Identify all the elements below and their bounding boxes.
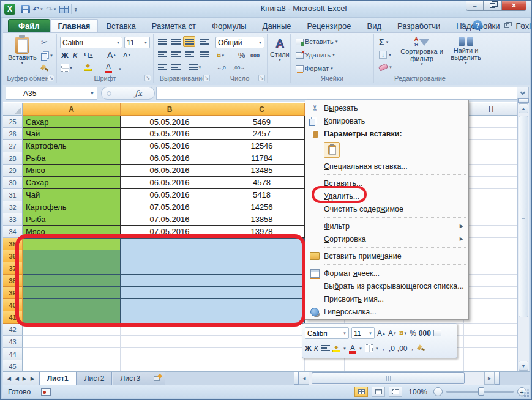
bold-button[interactable]: Ж xyxy=(61,51,69,60)
cell-C43[interactable] xyxy=(219,336,305,348)
column-header-C[interactable]: C xyxy=(219,103,305,116)
fill-button[interactable]: ↓▼ xyxy=(379,51,392,59)
cell-A29[interactable]: Мясо xyxy=(23,165,121,177)
cell-A35[interactable] xyxy=(23,238,121,250)
menu-item-filter[interactable]: Фильтр▶ xyxy=(305,220,468,232)
row-header-41[interactable]: 41 xyxy=(3,311,23,324)
fill-color-button[interactable]: ◆ xyxy=(84,62,92,71)
column-header-H[interactable]: H xyxy=(464,103,519,116)
comma-style-button[interactable]: 000 xyxy=(250,53,260,59)
font-color-button[interactable]: А xyxy=(105,62,112,73)
zoom-level[interactable]: 100% xyxy=(408,388,427,396)
accounting-format-button[interactable]: ¤▼ xyxy=(217,51,225,60)
row-header-40[interactable]: 40 xyxy=(3,299,23,311)
zoom-slider[interactable] xyxy=(446,391,514,393)
mini-font-size-combo[interactable]: 11▼ xyxy=(351,327,375,339)
increase-indent-button[interactable] xyxy=(170,62,182,73)
cell-B38[interactable] xyxy=(121,275,219,287)
menu-item-insert-cells[interactable]: Вставить... xyxy=(305,177,468,190)
cell-7-38[interactable] xyxy=(464,275,519,287)
row-header-43[interactable]: 43 xyxy=(3,336,23,348)
scroll-right-button[interactable]: ▶ xyxy=(484,372,495,385)
cell-7-28[interactable] xyxy=(464,152,519,165)
cell-B29[interactable]: 06.05.2016 xyxy=(121,165,219,177)
cell-6-45[interactable] xyxy=(424,360,464,371)
decrease-indent-button[interactable] xyxy=(156,62,168,73)
format-cells-button[interactable]: Формат▼ xyxy=(296,65,334,72)
row-header-44[interactable]: 44 xyxy=(3,348,23,360)
cell-C39[interactable] xyxy=(219,287,305,299)
cell-C27[interactable]: 12546 xyxy=(219,140,305,152)
tab-Разработчи[interactable]: Разработчи xyxy=(389,19,448,32)
cell-7-43[interactable] xyxy=(464,336,519,348)
cell-C41[interactable] xyxy=(219,311,305,324)
cell-B25[interactable]: 05.05.2016 xyxy=(121,116,219,128)
select-all-corner[interactable] xyxy=(3,103,23,116)
cell-7-36[interactable] xyxy=(464,250,519,262)
cell-A41[interactable] xyxy=(23,311,121,324)
tab-Главная[interactable]: Главная xyxy=(50,19,99,32)
cell-A33[interactable]: Рыба xyxy=(23,213,121,226)
cell-B28[interactable]: 06.05.2016 xyxy=(121,152,219,165)
chevron-down-icon[interactable]: ▼ xyxy=(359,347,362,350)
cell-A36[interactable] xyxy=(23,250,121,262)
cell-7-26[interactable] xyxy=(464,128,519,140)
cell-B34[interactable]: 07.05.2016 xyxy=(121,226,219,238)
normal-view-button[interactable] xyxy=(354,387,368,397)
cell-A27[interactable]: Картофель xyxy=(23,140,121,152)
cell-C31[interactable]: 5418 xyxy=(219,189,305,201)
previous-sheet-button[interactable]: ◀ xyxy=(15,376,19,382)
align-bottom-button[interactable] xyxy=(183,36,195,47)
cell-A37[interactable] xyxy=(23,262,121,275)
menu-item-delete-cells[interactable]: Удалить... xyxy=(305,190,468,202)
alignment-dialog-launcher[interactable]: ↘ xyxy=(203,75,210,81)
row-header-30[interactable]: 30 xyxy=(3,177,23,189)
cell-B37[interactable] xyxy=(121,262,219,275)
tab-Файл[interactable]: Файл xyxy=(8,19,50,32)
cell-B43[interactable] xyxy=(121,336,219,348)
collapse-dot-icon[interactable] xyxy=(107,91,111,96)
insert-cells-button[interactable]: Вставить▼ xyxy=(296,38,339,45)
cell-5-45[interactable] xyxy=(384,360,424,371)
menu-item-copy[interactable]: Копировать xyxy=(305,114,468,127)
mini-bold-button[interactable]: Ж xyxy=(305,344,312,353)
cell-A34[interactable]: Мясо xyxy=(23,226,121,238)
chevron-down-icon[interactable]: ▼ xyxy=(118,67,122,71)
align-middle-button[interactable] xyxy=(170,36,182,47)
cell-B32[interactable]: 07.05.2016 xyxy=(121,201,219,213)
cell-A31[interactable]: Чай xyxy=(23,189,121,201)
tab-split-handle[interactable] xyxy=(294,372,299,385)
mini-font-color-button[interactable]: А xyxy=(349,344,356,354)
expand-formula-bar-button[interactable] xyxy=(517,87,529,100)
menu-item-cut[interactable]: Вырезать xyxy=(305,102,468,114)
undo-button[interactable]: ↶▼ xyxy=(32,5,43,14)
chevron-down-icon[interactable]: ▼ xyxy=(375,347,379,350)
cut-button[interactable]: ✂ xyxy=(41,38,48,47)
cell-A38[interactable] xyxy=(23,275,121,287)
cell-7-31[interactable] xyxy=(464,189,519,201)
workbook-minimize-icon[interactable]: – xyxy=(487,21,497,29)
paste-button[interactable]: Вставить ▼ xyxy=(8,37,37,65)
cell-C25[interactable]: 5469 xyxy=(219,116,305,128)
menu-item-paste-options[interactable]: Параметры вставки: xyxy=(305,127,468,140)
mini-grow-font-button[interactable]: А▲ xyxy=(377,329,386,338)
paste-option-button[interactable] xyxy=(324,142,340,158)
align-top-button[interactable] xyxy=(156,36,168,47)
italic-button[interactable]: К xyxy=(73,51,78,60)
fx-icon[interactable]: ƒx xyxy=(135,89,142,98)
mini-percent-button[interactable]: % xyxy=(410,329,416,338)
font-size-combo[interactable]: 11▼ xyxy=(124,37,150,48)
cell-C26[interactable]: 2457 xyxy=(219,128,305,140)
menu-item-paste-special[interactable]: Специальная вставка... xyxy=(305,160,468,172)
format-painter-button[interactable] xyxy=(41,65,48,72)
cell-B42[interactable] xyxy=(121,324,219,336)
row-header-31[interactable]: 31 xyxy=(3,189,23,201)
page-break-view-button[interactable] xyxy=(389,387,402,397)
cell-C36[interactable] xyxy=(219,250,305,262)
mini-shrink-font-button[interactable]: А▼ xyxy=(388,329,397,338)
delete-cells-button[interactable]: Удалить▼ xyxy=(296,51,335,59)
row-header-37[interactable]: 37 xyxy=(3,262,23,275)
align-left-button[interactable] xyxy=(156,49,168,60)
row-header-45[interactable]: 45 xyxy=(3,360,23,371)
cell-7-39[interactable] xyxy=(464,287,519,299)
